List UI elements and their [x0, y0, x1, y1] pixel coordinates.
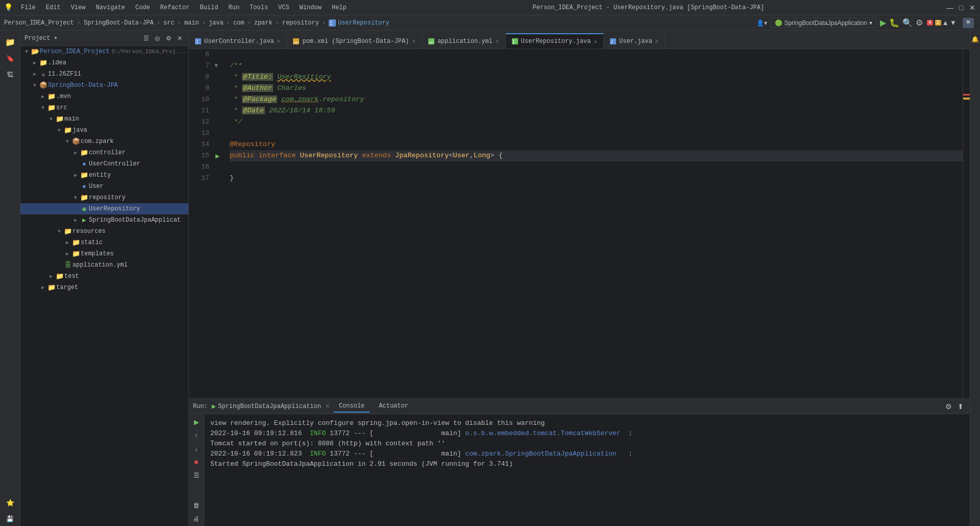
close-button[interactable]: ✕: [969, 4, 976, 11]
maximize-button[interactable]: □: [958, 4, 965, 11]
breadcrumb-repository[interactable]: repository: [282, 19, 319, 27]
tree-arrow-templates: ▶: [63, 251, 71, 257]
tree-item-target[interactable]: ▶ 📁 target: [20, 282, 188, 293]
menu-run[interactable]: Run: [224, 3, 243, 12]
tree-item-entity[interactable]: ▶ 📁 entity: [20, 170, 188, 181]
project-icon[interactable]: 📁: [3, 35, 17, 49]
print-button[interactable]: 🖨: [191, 513, 202, 524]
bottom-tab-console[interactable]: Console: [334, 400, 370, 413]
run-gutter-icon[interactable]: ▶: [215, 152, 219, 160]
favorites-icon[interactable]: ⭐: [3, 495, 17, 510]
close-run-button[interactable]: ✕: [325, 403, 330, 410]
profile-button[interactable]: 👤▾: [756, 19, 767, 27]
persistence-icon[interactable]: 💾: [3, 512, 17, 526]
warnings-down[interactable]: ▼: [950, 19, 957, 27]
collapse-all-button[interactable]: ☰: [141, 34, 151, 43]
tree-item-usercontroller[interactable]: ● UserController: [20, 158, 188, 170]
settings-dropdown-button[interactable]: ⚙: [164, 34, 173, 43]
tree-item-user[interactable]: ● User: [20, 181, 188, 192]
minimize-button[interactable]: —: [946, 4, 953, 11]
tree-item-springbootapp[interactable]: ▶ ▶ SpringBootDataJpaApplicat: [20, 214, 188, 226]
tree-item-jdk[interactable]: ▶ ☕ 11.26ZF11: [20, 68, 188, 80]
debug-button[interactable]: 🐛: [889, 18, 899, 28]
scroll-to-file-button[interactable]: ◎: [153, 34, 162, 43]
editor-column: J UserController.java ✕ xml pom.xml (Spr…: [189, 31, 970, 526]
run-button[interactable]: ▶: [880, 18, 886, 28]
menu-edit[interactable]: Edit: [42, 3, 65, 12]
tab-pom[interactable]: xml pom.xml (SpringBoot-Data-JPA) ✕: [287, 33, 422, 49]
breadcrumb-file[interactable]: I UserRepository: [329, 19, 389, 27]
search-button[interactable]: 🔍: [902, 18, 913, 28]
maximize-panel-button[interactable]: ⬆: [955, 401, 966, 412]
tree-item-root[interactable]: ▼ 📂 Person_IDEA_Project D:/Person_IDEA_P…: [20, 46, 188, 57]
tree-item-mvn[interactable]: ▶ 📁 .mvn: [20, 91, 188, 102]
fold-7[interactable]: ▼: [214, 60, 225, 71]
console-output[interactable]: view rendering. Explicitly configure spr…: [204, 414, 970, 526]
project-dropdown[interactable]: Project ▾: [24, 34, 58, 42]
tree-item-springboot[interactable]: ▼ 📦 SpringBoot-Data-JPA: [20, 80, 188, 91]
clear-console-button[interactable]: 🗑: [191, 499, 202, 511]
notifications-icon[interactable]: 🔔: [971, 35, 980, 44]
breadcrumb-zpark[interactable]: zpark: [254, 19, 273, 27]
tab-close-pom[interactable]: ✕: [412, 38, 415, 44]
bookmarks-icon[interactable]: 🔖: [3, 51, 17, 65]
tab-application[interactable]: yml application.yml ✕: [422, 33, 506, 49]
fold-15[interactable]: ▶: [214, 150, 225, 161]
stop-button[interactable]: ■: [191, 456, 202, 467]
tree-item-templates[interactable]: ▶ 📁 templates: [20, 248, 188, 259]
tab-label-userrepository: UserRepository.java: [521, 38, 591, 45]
menu-build[interactable]: Build: [195, 3, 222, 12]
menu-vcs[interactable]: VCS: [274, 3, 293, 12]
tree-item-src[interactable]: ▼ 📁 src: [20, 102, 188, 113]
code-content[interactable]: /** * @Title: UserResitiory * @Author Ch…: [225, 49, 963, 398]
tree-item-java[interactable]: ▼ 📁 java: [20, 125, 188, 136]
scroll-up-button[interactable]: ↑: [191, 429, 202, 441]
tab-close-user[interactable]: ✕: [655, 38, 659, 44]
warnings-up[interactable]: ▲: [942, 19, 949, 27]
hidden-folder-icon-idea: 📁: [39, 59, 48, 67]
console-line-started: Started SpringBootDataJpaApplication in …: [210, 459, 964, 469]
scroll-down-button[interactable]: ↓: [191, 443, 202, 454]
tree-item-test[interactable]: ▶ 📁 test: [20, 271, 188, 282]
tree-item-static[interactable]: ▶ 📁 static: [20, 237, 188, 248]
menu-tools[interactable]: Tools: [246, 3, 272, 12]
settings-button[interactable]: ⚙: [916, 18, 923, 28]
tab-close-application[interactable]: ✕: [496, 38, 499, 44]
tree-item-resources[interactable]: ▼ 📁 resources: [20, 226, 188, 237]
structure-icon[interactable]: 🏗: [3, 67, 17, 82]
tree-item-comzpark[interactable]: ▼ 📦 com.zpark: [20, 136, 188, 147]
tree-item-appyml[interactable]: 🗄 application.yml: [20, 259, 188, 271]
tree-item-repository[interactable]: ▼ 📁 repository: [20, 192, 188, 203]
tab-close-usercontroller[interactable]: ✕: [277, 38, 281, 44]
breadcrumb-java[interactable]: java: [209, 19, 224, 27]
settings-run-button[interactable]: ⚙: [943, 401, 953, 412]
breadcrumb-project[interactable]: Person_IDEA_Project: [4, 19, 74, 27]
menu-help[interactable]: Help: [328, 3, 351, 12]
menu-code[interactable]: Code: [131, 3, 154, 12]
breadcrumb-src[interactable]: src: [163, 19, 175, 27]
tree-item-main[interactable]: ▼ 📁 main: [20, 113, 188, 125]
close-panel-button[interactable]: ✕: [175, 34, 184, 43]
menu-window[interactable]: Window: [296, 3, 326, 12]
tab-user[interactable]: J User.java ✕: [604, 33, 665, 49]
menu-file[interactable]: File: [17, 3, 40, 12]
menu-navigate[interactable]: Navigate: [91, 3, 129, 12]
tree-item-idea[interactable]: ▶ 📁 .idea: [20, 57, 188, 68]
tab-usercontroller[interactable]: J UserController.java ✕: [189, 33, 287, 49]
run-config-button[interactable]: 🟢 SpringBootDataJpaApplication ▾: [770, 18, 876, 28]
filter-button[interactable]: ☰: [191, 469, 202, 481]
bottom-tab-actuator[interactable]: Actuator: [374, 400, 413, 413]
breadcrumb-main[interactable]: main: [184, 19, 199, 27]
breadcrumb-com[interactable]: com: [233, 19, 244, 27]
breadcrumb-module[interactable]: SpringBoot-Data-JPA: [84, 19, 154, 27]
code-line-9: * @Author Charles: [230, 83, 963, 94]
tree-item-userrepository[interactable]: ◉ UserRepository: [20, 203, 188, 214]
tree-item-controller[interactable]: ▶ 📁 controller: [20, 147, 188, 158]
menu-refactor[interactable]: Refactor: [156, 3, 194, 12]
tab-userrepository[interactable]: I UserRepository.java ✕: [506, 33, 604, 49]
menu-view[interactable]: View: [67, 3, 90, 12]
run-console-button[interactable]: ▶: [191, 416, 202, 427]
code-editor[interactable]: 6 7 8 9 10 11 12 13 14 15 16 17: [189, 49, 970, 398]
error-badges: 4 2 ▲ ▼: [926, 19, 957, 27]
tab-close-userrepository[interactable]: ✕: [594, 38, 597, 45]
